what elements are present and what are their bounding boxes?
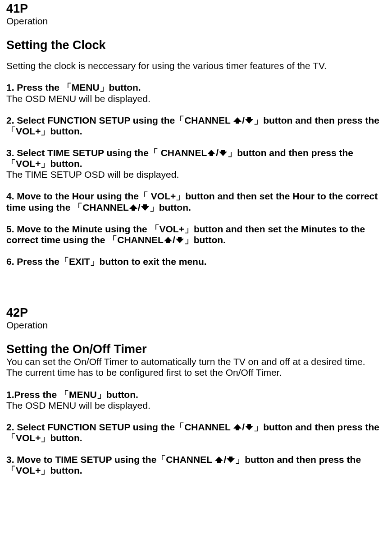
step-41p-1: 1. Press the 「MENU」button. The OSD MENU …	[6, 82, 386, 104]
step-41p-3-follow: TIME SETUP OSD will be displayed.	[25, 169, 179, 180]
step-41p-4-bold: 4. Move to the Hour using the「 VOL+」butt…	[6, 191, 386, 212]
step-42p-1: 1.Press the 「MENU」button. The OSD MENU w…	[6, 389, 386, 411]
step-41p-1-follow: The OSD MENU will be displayed.	[6, 93, 386, 104]
svg-marker-1	[245, 117, 253, 124]
step-42p-1-bold: 1.Press the 「MENU」button.	[6, 389, 386, 400]
svg-marker-6	[164, 237, 172, 243]
section-label-41p: Operation	[6, 16, 386, 27]
svg-marker-11	[227, 457, 235, 463]
onoff-sub2: The current time has to be configured fi…	[6, 367, 386, 378]
step-41p-1-bold: 1. Press the 「MENU」button.	[6, 82, 386, 93]
step-41p-4: 4. Move to the Hour using the「 VOL+」butt…	[6, 191, 386, 212]
svg-marker-3	[219, 150, 227, 156]
onoff-sub1: You can set the On/Off Timer to automati…	[6, 356, 386, 367]
heading-setting-onoff: Setting the On/Off Timer	[6, 342, 386, 356]
svg-marker-8	[233, 424, 242, 430]
svg-marker-5	[141, 204, 149, 211]
heading-setting-clock: Setting the Clock	[6, 38, 386, 52]
step-41p-6-bold: 6. Press the「EXIT」button to exit the men…	[6, 256, 386, 267]
page-number-42p: 42P	[6, 306, 386, 320]
svg-marker-0	[233, 117, 242, 124]
section-label-42p: Operation	[6, 320, 386, 331]
svg-marker-10	[215, 457, 223, 463]
step-42p-3-bold: 3. Move to TIME SETUP using the「CHANNEL …	[6, 454, 386, 476]
svg-marker-2	[207, 150, 215, 156]
step-41p-5-bold: 5. Move to the Minute using the 「VOL+」bu…	[6, 224, 386, 245]
step-41p-3-follow-leading: The	[6, 169, 25, 180]
step-41p-5: 5. Move to the Minute using the 「VOL+」bu…	[6, 224, 386, 245]
step-42p-3: 3. Move to TIME SETUP using the「CHANNEL …	[6, 454, 386, 476]
page-number-41p: 41P	[6, 2, 386, 16]
svg-marker-7	[176, 237, 184, 243]
step-41p-6: 6. Press the「EXIT」button to exit the men…	[6, 256, 386, 267]
step-41p-2: 2. Select FUNCTION SETUP using the「CHANN…	[6, 115, 386, 137]
step-41p-3-bold: 3. Select TIME SETUP using the「 CHANNEL/…	[6, 148, 386, 169]
svg-marker-9	[245, 424, 253, 430]
intro-41p: Setting the clock is neccessary for usin…	[6, 60, 386, 71]
step-42p-2: 2. Select FUNCTION SETUP using the「CHANN…	[6, 422, 386, 443]
svg-marker-4	[129, 204, 137, 211]
step-41p-3: 3. Select TIME SETUP using the「 CHANNEL/…	[6, 148, 386, 180]
step-42p-1-follow: The OSD MENU will be displayed.	[6, 400, 386, 411]
step-41p-2-bold: 2. Select FUNCTION SETUP using the「CHANN…	[6, 115, 386, 137]
step-42p-2-bold: 2. Select FUNCTION SETUP using the「CHANN…	[6, 422, 386, 443]
